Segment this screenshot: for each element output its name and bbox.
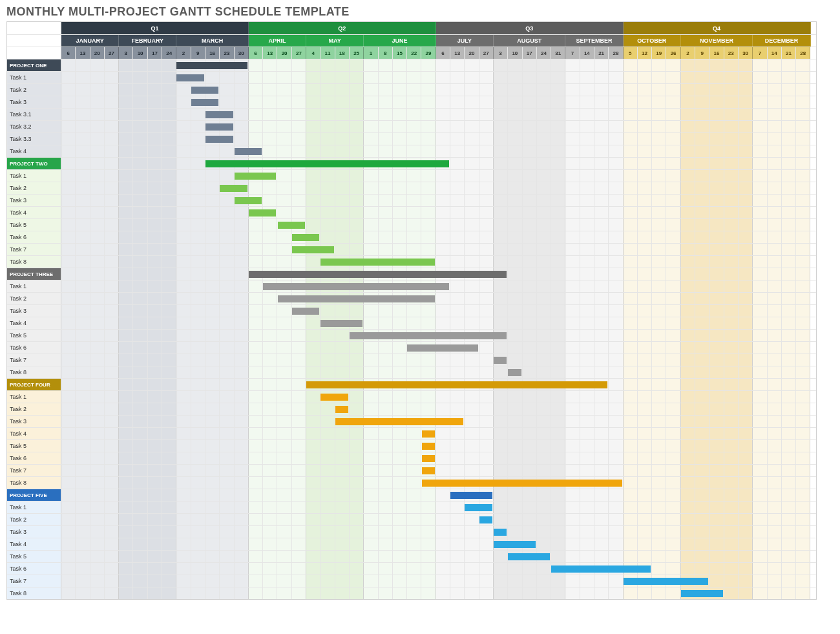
task-row: Task 1 bbox=[7, 169, 816, 182]
day-header: 13 bbox=[263, 47, 277, 59]
task-row: Task 7 bbox=[7, 243, 816, 255]
project-row: PROJECT THREE bbox=[7, 268, 816, 280]
gantt-bar bbox=[422, 443, 435, 450]
task-label: Task 5 bbox=[7, 219, 61, 231]
month-header: APRIL bbox=[249, 35, 306, 47]
task-row: Task 2 bbox=[7, 83, 816, 96]
task-row: Task 4 bbox=[7, 538, 816, 550]
month-header: OCTOBER bbox=[624, 35, 681, 47]
task-label: Task 8 bbox=[7, 477, 61, 489]
task-label: Task 3 bbox=[7, 195, 61, 206]
task-row: Task 3.3 bbox=[7, 132, 816, 145]
day-header: 16 bbox=[205, 47, 220, 59]
day-header: 23 bbox=[724, 47, 739, 59]
task-label: Task 4 bbox=[7, 207, 61, 218]
task-row: Task 1 bbox=[7, 71, 816, 83]
task-label: Task 7 bbox=[7, 354, 61, 366]
day-header: 15 bbox=[393, 47, 407, 59]
gantt-bar bbox=[176, 74, 204, 81]
day-header: 27 bbox=[292, 47, 306, 59]
day-header: 21 bbox=[782, 47, 796, 59]
task-row: Task 4 bbox=[7, 427, 816, 439]
task-row: Task 3.2 bbox=[7, 120, 816, 132]
gantt-bar bbox=[422, 455, 435, 462]
task-label: Task 8 bbox=[7, 256, 61, 268]
day-header: 24 bbox=[537, 47, 551, 59]
gantt-bar bbox=[422, 467, 435, 474]
task-label: Task 1 bbox=[7, 72, 61, 83]
gantt-bar bbox=[191, 87, 219, 94]
task-label: Task 1 bbox=[7, 502, 61, 513]
task-row: Task 3 bbox=[7, 194, 816, 206]
task-label: Task 5 bbox=[7, 440, 61, 452]
task-label: Task 7 bbox=[7, 465, 61, 476]
task-label: Task 7 bbox=[7, 575, 61, 587]
day-header: 11 bbox=[320, 47, 335, 59]
task-label: Task 4 bbox=[7, 428, 61, 439]
gantt-bar bbox=[350, 332, 507, 339]
task-row: Task 6 bbox=[7, 341, 816, 354]
task-row: Task 1 bbox=[7, 390, 816, 403]
day-header: 1 bbox=[364, 47, 378, 59]
day-header: 8 bbox=[379, 47, 393, 59]
task-label: Task 2 bbox=[7, 182, 61, 194]
day-header: 3 bbox=[494, 47, 508, 59]
month-header: AUGUST bbox=[494, 35, 566, 47]
day-header: 17 bbox=[148, 47, 162, 59]
quarter-header: Q4 bbox=[624, 22, 811, 34]
task-label: Task 3.2 bbox=[7, 121, 61, 132]
month-header: DECEMBER bbox=[753, 35, 810, 47]
day-header: 12 bbox=[638, 47, 652, 59]
task-row: Task 4 bbox=[7, 206, 816, 218]
day-header: 22 bbox=[407, 47, 421, 59]
task-label: Task 3 bbox=[7, 305, 61, 317]
task-label: Task 7 bbox=[7, 244, 61, 255]
task-label: Task 1 bbox=[7, 280, 61, 292]
task-label: Task 2 bbox=[7, 403, 61, 415]
day-header: 20 bbox=[465, 47, 479, 59]
day-header: 26 bbox=[666, 47, 680, 59]
gantt-bar bbox=[263, 283, 449, 290]
task-row: Task 3 bbox=[7, 304, 816, 317]
day-header: 20 bbox=[90, 47, 105, 59]
gantt-bar bbox=[249, 271, 507, 278]
month-header: JUNE bbox=[364, 35, 436, 47]
day-header: 2 bbox=[176, 47, 191, 59]
task-row: Task 4 bbox=[7, 145, 816, 157]
task-row: Task 4 bbox=[7, 317, 816, 329]
task-label: Task 8 bbox=[7, 587, 61, 599]
gantt-bar bbox=[422, 480, 622, 487]
page-title: MONTHLY MULTI-PROJECT GANTT SCHEDULE TEM… bbox=[6, 5, 834, 19]
day-header: 27 bbox=[105, 47, 119, 59]
gantt-bar bbox=[292, 234, 320, 241]
day-header: 13 bbox=[450, 47, 465, 59]
project-row: PROJECT TWO bbox=[7, 157, 816, 169]
task-row: Task 7 bbox=[7, 464, 816, 476]
day-header: 25 bbox=[350, 47, 364, 59]
gantt-bar bbox=[320, 320, 362, 327]
quarter-header: Q2 bbox=[249, 22, 436, 34]
project-label: PROJECT FIVE bbox=[7, 489, 61, 501]
quarter-header: Q1 bbox=[61, 22, 249, 34]
gantt-bar bbox=[407, 344, 478, 352]
day-header: 30 bbox=[235, 47, 249, 59]
gantt-bar bbox=[551, 565, 651, 573]
task-label: Task 2 bbox=[7, 293, 61, 304]
gantt-bar bbox=[292, 308, 320, 315]
gantt-bar bbox=[681, 590, 723, 597]
day-header: 17 bbox=[523, 47, 537, 59]
month-header: SEPTEMBER bbox=[565, 35, 623, 47]
day-header: 2 bbox=[681, 47, 695, 59]
day-header: 6 bbox=[61, 47, 76, 59]
day-header: 9 bbox=[695, 47, 709, 59]
task-label: Task 1 bbox=[7, 391, 61, 403]
day-header: 30 bbox=[739, 47, 753, 59]
gantt-chart: Q1Q2Q3Q4JANUARYFEBRUARYMARCHAPRILMAYJUNE… bbox=[6, 21, 817, 600]
project-row: PROJECT FOUR bbox=[7, 378, 816, 390]
gantt-bar bbox=[508, 553, 550, 560]
task-row: Task 6 bbox=[7, 231, 816, 243]
task-row: Task 2 bbox=[7, 182, 816, 194]
gantt-bar bbox=[494, 541, 536, 548]
task-row: Task 1 bbox=[7, 280, 816, 292]
task-label: Task 3 bbox=[7, 526, 61, 538]
